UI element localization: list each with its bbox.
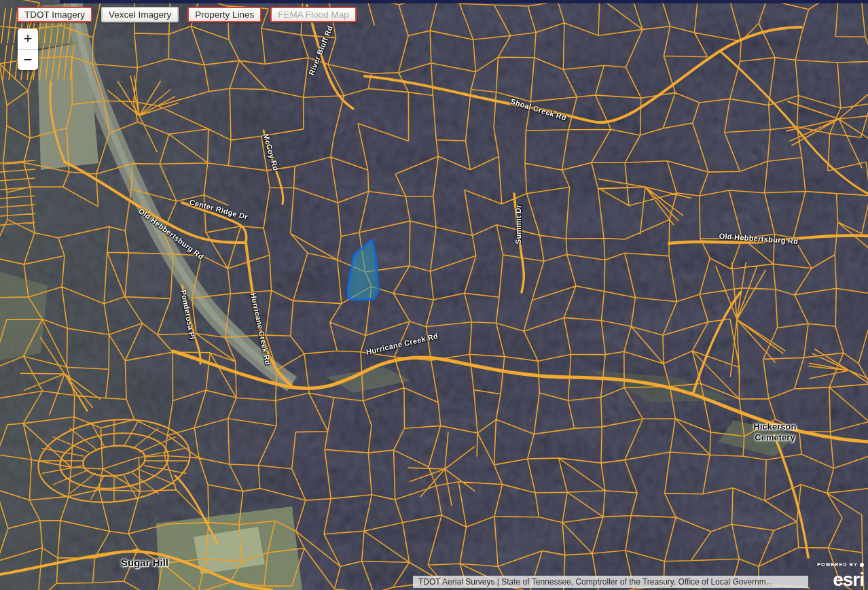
map-application: TDOT ImageryVexcel ImageryProperty Lines… — [0, 0, 868, 590]
esri-globe-icon — [860, 563, 864, 567]
layer-button-tdot-imagery[interactable]: TDOT Imagery — [17, 7, 92, 22]
layer-button-property-lines[interactable]: Property Lines — [187, 7, 261, 22]
layer-toggle-bar: TDOT ImageryVexcel ImageryProperty Lines… — [17, 7, 357, 22]
window-top-strip — [60, 0, 868, 3]
layer-button-fema-flood-map[interactable]: FEMA Flood Map — [270, 7, 356, 22]
layer-button-vexcel-imagery[interactable]: Vexcel Imagery — [101, 7, 179, 22]
powered-by-label: POWERED BY — [817, 562, 858, 567]
zoom-out-button[interactable]: − — [18, 50, 38, 70]
attribution-bar[interactable]: TDOT Aerial Surveys | State of Tennessee… — [413, 576, 808, 588]
zoom-control: + − — [18, 29, 38, 70]
esri-logo[interactable]: POWERED BY esri — [817, 559, 864, 589]
attribution-text: TDOT Aerial Surveys | State of Tennessee… — [418, 577, 773, 587]
map-canvas[interactable] — [0, 0, 868, 590]
esri-wordmark: esri — [817, 570, 864, 589]
zoom-in-button[interactable]: + — [18, 29, 38, 49]
